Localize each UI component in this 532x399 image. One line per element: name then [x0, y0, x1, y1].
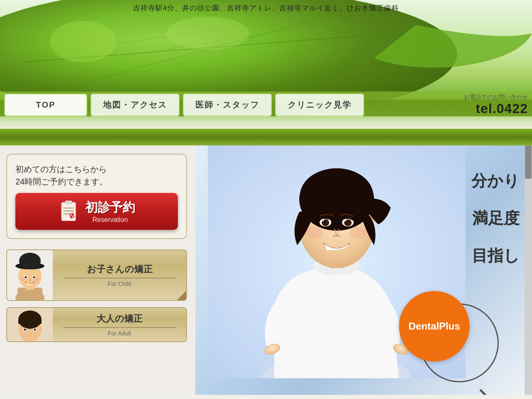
svg-rect-14: [63, 210, 74, 212]
magnifier-handle-icon: [479, 389, 500, 395]
svg-point-56: [337, 235, 341, 237]
child-card[interactable]: お子さんの矯正 For Child: [6, 249, 187, 301]
svg-line-4: [125, 33, 332, 75]
svg-point-55: [332, 235, 337, 237]
phone-number: tel.0422: [464, 101, 528, 116]
svg-point-27: [25, 276, 27, 278]
text-overlay-2: 満足度: [472, 208, 520, 229]
svg-line-3: [42, 25, 249, 54]
svg-point-30: [20, 278, 25, 281]
person-card-text: 大人の矯正 For Adult: [53, 308, 186, 341]
nav-top-button[interactable]: TOP: [4, 94, 87, 116]
clipboard-icon: [58, 200, 79, 223]
main-image-area: 分かり 満足度 目指し DentalPlus: [195, 145, 532, 395]
child-photo: [7, 250, 53, 300]
text-overlay-3: 目指し: [472, 245, 520, 266]
header-area: 吉祥寺駅4分、井の頭公園、吉祥寺アトレ、吉祯寺マルイ近く。ひおき矯正歯科: [0, 0, 532, 129]
svg-point-54: [345, 220, 347, 222]
svg-point-40: [34, 329, 36, 331]
svg-point-46: [300, 168, 373, 222]
svg-point-39: [24, 329, 26, 331]
svg-point-29: [29, 279, 31, 281]
svg-point-53: [323, 220, 324, 222]
scrollbar[interactable]: [525, 145, 532, 395]
svg-point-9: [50, 21, 116, 62]
scrollbar-thumb[interactable]: [525, 145, 532, 179]
dental-plus-circle: DentalPlus: [399, 291, 470, 362]
svg-rect-36: [26, 336, 34, 341]
main-content: 初めての方はこちらから 24時間ご予約できます。 初診予約 Rese: [0, 145, 532, 395]
card-arrow-icon: [177, 291, 186, 300]
header-tagline: 吉祥寺駅4分、井の頭公園、吉祥寺アトレ、吉祯寺マルイ近く。ひおき矯正歯科: [133, 4, 399, 12]
green-band: [0, 129, 532, 145]
reservation-button[interactable]: 初診予約 Reservation: [15, 193, 178, 230]
contact-label: お電話でのお問い合わせ: [464, 94, 528, 101]
svg-rect-13: [63, 207, 74, 209]
nav-doctors-button[interactable]: 医師・スタッフ: [183, 94, 272, 116]
person-card[interactable]: 大人の矯正 For Adult: [6, 307, 187, 342]
svg-point-28: [33, 276, 35, 278]
svg-line-5: [166, 37, 366, 79]
child-card-text: お子さんの矯正 For Child: [53, 259, 186, 291]
text-overlay-1: 分かり: [471, 170, 520, 192]
contact-area: お電話でのお問い合わせ tel.0422: [464, 94, 532, 116]
dental-plus-container: DentalPlus: [424, 308, 495, 378]
navigation-bar: TOP 地図・アクセス 医師・スタッフ クリニック見学 お電話でのお問い合わせ …: [0, 94, 532, 116]
svg-line-1: [21, 33, 395, 62]
nav-map-button[interactable]: 地図・アクセス: [91, 94, 180, 116]
sidebar: 初めての方はこちらから 24時間ご予約できます。 初診予約 Rese: [0, 145, 195, 395]
svg-rect-12: [65, 201, 72, 204]
person-photo: [7, 308, 53, 341]
svg-line-6: [62, 29, 291, 66]
svg-point-61: [350, 227, 367, 239]
reservation-button-text: 初診予約 Reservation: [85, 199, 135, 224]
svg-line-2: [83, 21, 312, 83]
svg-point-24: [19, 253, 41, 269]
nav-clinic-button[interactable]: クリニック見学: [275, 94, 364, 116]
reservation-text: 初めての方はこちらから 24時間ご予約できます。: [15, 163, 178, 188]
main-image-background: 分かり 満足度 目指し DentalPlus: [195, 145, 532, 395]
svg-point-10: [166, 17, 249, 50]
svg-point-31: [34, 278, 39, 281]
reservation-box: 初めての方はこちらから 24時間ご予約できます。 初診予約 Rese: [6, 154, 187, 239]
svg-point-60: [307, 227, 323, 239]
svg-rect-35: [18, 320, 42, 324]
